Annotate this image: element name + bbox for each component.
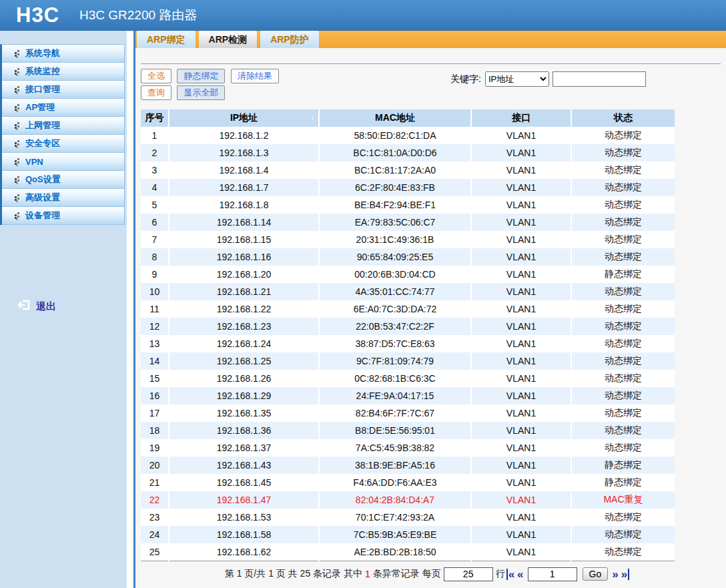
- sidebar-item[interactable]: 系统监控: [2, 63, 124, 81]
- table-cell: 动态绑定: [571, 543, 675, 561]
- sidebar-item[interactable]: 设备管理: [2, 207, 124, 225]
- column-header[interactable]: 序号: [141, 109, 169, 127]
- last-page-icon[interactable]: »: [621, 569, 629, 580]
- logout-button[interactable]: 退出: [17, 300, 56, 313]
- table-row[interactable]: 7192.168.1.1520:31:1C:49:36:1BVLAN1动态绑定: [141, 231, 675, 248]
- table-row[interactable]: 11192.168.1.226E:A0:7C:3D:DA:72VLAN1动态绑定: [141, 300, 675, 318]
- next-page-icon[interactable]: »: [612, 569, 618, 580]
- logout-label: 退出: [36, 300, 56, 313]
- sidebar-item[interactable]: AP管理: [2, 99, 124, 117]
- table-cell: VLAN1: [471, 300, 571, 318]
- table-row[interactable]: 6192.168.1.14EA:79:83:5C:06:C7VLAN1动态绑定: [141, 214, 675, 231]
- table-cell: VLAN1: [471, 231, 571, 248]
- table-cell: VLAN1: [471, 162, 571, 179]
- toolbar: 全选 静态绑定 清除结果 查询 显示全部 关键字: IP地址: [141, 69, 721, 102]
- table-cell: 192.168.1.25: [169, 352, 319, 370]
- table-row[interactable]: 10192.168.1.214A:35:01:CC:74:77VLAN1动态绑定: [141, 283, 675, 300]
- table-row[interactable]: 22192.168.1.4782:04:2B:84:D4:A7VLAN1MAC重…: [141, 491, 675, 509]
- tab-2[interactable]: ARP防护: [260, 31, 319, 48]
- table-row[interactable]: 20192.168.1.4338:1B:9E:BF:A5:16VLAN1静态绑定: [141, 457, 675, 474]
- tab-1[interactable]: ARP检测: [199, 31, 258, 48]
- table-cell: VLAN1: [471, 439, 571, 457]
- select-all-button[interactable]: 全选: [141, 69, 171, 83]
- sidebar-item[interactable]: 高级设置: [2, 189, 124, 207]
- page-number-input[interactable]: [528, 567, 577, 581]
- table-row[interactable]: 4192.168.1.76C:2F:80:4E:83:FBVLAN1动态绑定: [141, 179, 675, 196]
- column-header[interactable]: MAC地址: [319, 109, 471, 127]
- table-row[interactable]: 1192.168.1.258:50:ED:82:C1:DAVLAN1动态绑定: [141, 127, 675, 144]
- table-row[interactable]: 5192.168.1.8BE:B4:F2:94:BE:F1VLAN1动态绑定: [141, 196, 675, 214]
- table-cell: 静态绑定: [571, 266, 675, 283]
- query-button[interactable]: 查询: [141, 85, 171, 100]
- table-row[interactable]: 24192.168.1.587C:B5:9B:A5:E9:BEVLAN1动态绑定: [141, 526, 675, 543]
- table-row[interactable]: 21192.168.1.45F4:6A:DD:F6:AA:E3VLAN1静态绑定: [141, 474, 675, 491]
- go-button[interactable]: Go: [583, 567, 609, 581]
- table-row[interactable]: 2192.168.1.3BC:1C:81:0A:D0:D6VLAN1动态绑定: [141, 144, 675, 162]
- table-row[interactable]: 14192.168.1.259C:7F:81:09:74:79VLAN1动态绑定: [141, 352, 675, 370]
- table-row[interactable]: 3192.168.1.4BC:1C:81:17:2A:A0VLAN1动态绑定: [141, 162, 675, 179]
- sidebar-item[interactable]: 安全专区: [2, 135, 124, 153]
- sidebar-item[interactable]: 上网管理: [2, 117, 124, 135]
- menu-bullet-icon: [15, 124, 17, 126]
- menu-bullet-icon: [15, 70, 17, 72]
- table-cell: VLAN1: [471, 196, 571, 214]
- table-cell: VLAN1: [471, 370, 571, 387]
- sidebar-item[interactable]: 系统导航: [2, 45, 124, 63]
- column-header[interactable]: 接口: [471, 109, 571, 127]
- sidebar-item[interactable]: QoS设置: [2, 171, 124, 189]
- table-cell: 192.168.1.62: [169, 543, 319, 561]
- sidebar-item-label: QoS设置: [25, 174, 61, 186]
- menu-bullet-icon: [15, 106, 17, 108]
- table-cell: 22: [141, 491, 169, 509]
- table-cell: 192.168.1.53: [169, 509, 319, 526]
- first-page-icon[interactable]: «: [506, 569, 514, 580]
- table-row[interactable]: 13192.168.1.2438:87:D5:7C:E8:63VLAN1动态绑定: [141, 335, 675, 352]
- sidebar-menu: 系统导航系统监控接口管理AP管理上网管理安全专区VPNQoS设置高级设置设备管理: [0, 44, 125, 225]
- show-all-button[interactable]: 显示全部: [177, 85, 225, 100]
- table-row[interactable]: 25192.168.1.62AE:2B:BD:2B:18:50VLAN1动态绑定: [141, 543, 675, 561]
- table-row[interactable]: 23192.168.1.5370:1C:E7:42:93:2AVLAN1动态绑定: [141, 509, 675, 526]
- keyword-type-select[interactable]: IP地址: [485, 71, 549, 87]
- table-row[interactable]: 15192.168.1.260C:82:68:1B:C6:3CVLAN1动态绑定: [141, 370, 675, 387]
- static-bind-button[interactable]: 静态绑定: [177, 69, 225, 83]
- table-row[interactable]: 17192.168.1.3582:B4:6F:7F:7C:67VLAN1动态绑定: [141, 404, 675, 422]
- sidebar-item[interactable]: VPN: [2, 153, 124, 171]
- table-cell: 19: [141, 439, 169, 457]
- table-row[interactable]: 19192.168.1.377A:C5:45:9B:38:82VLAN1动态绑定: [141, 439, 675, 457]
- menu-bullet-icon: [15, 196, 17, 198]
- table-row[interactable]: 18192.168.1.36B8:DE:5E:56:95:01VLAN1动态绑定: [141, 422, 675, 439]
- table-cell: 动态绑定: [571, 370, 675, 387]
- table-row[interactable]: 9192.168.1.2000:20:6B:3D:04:CDVLAN1静态绑定: [141, 266, 675, 283]
- page-size-input[interactable]: [444, 567, 493, 581]
- table-cell: 192.168.1.16: [169, 248, 319, 266]
- table-row[interactable]: 8192.168.1.1690:65:84:09:25:E5VLAN1动态绑定: [141, 248, 675, 266]
- table-row[interactable]: 12192.168.1.2322:0B:53:47:C2:2FVLAN1动态绑定: [141, 318, 675, 335]
- table-cell: 192.168.1.7: [169, 179, 319, 196]
- table-cell: 2: [141, 144, 169, 162]
- table-cell: 9: [141, 266, 169, 283]
- table-cell: 动态绑定: [571, 283, 675, 300]
- table-cell: 11: [141, 300, 169, 318]
- menu-bullet-icon: [15, 142, 17, 144]
- pagination-summary: 第 1 页/共 1 页 共 25 条记录 其中: [225, 568, 362, 580]
- sidebar-item[interactable]: 接口管理: [2, 81, 124, 99]
- table-cell: 192.168.1.21: [169, 283, 319, 300]
- column-header[interactable]: IP地址↓: [169, 109, 319, 127]
- prev-page-icon[interactable]: «: [517, 569, 523, 580]
- table-row[interactable]: 16192.168.1.2924:FE:9A:04:17:15VLAN1动态绑定: [141, 387, 675, 404]
- sidebar: 系统导航系统监控接口管理AP管理上网管理安全专区VPNQoS设置高级设置设备管理…: [0, 31, 127, 588]
- table-cell: 3: [141, 162, 169, 179]
- tab-0[interactable]: ARP绑定: [137, 31, 196, 48]
- table-cell: 动态绑定: [571, 127, 675, 144]
- table-cell: 22:0B:53:47:C2:2F: [319, 318, 471, 335]
- clear-results-button[interactable]: 清除结果: [231, 69, 279, 83]
- table-cell: 20: [141, 457, 169, 474]
- table-cell: 动态绑定: [571, 144, 675, 162]
- separator-line: [141, 63, 721, 64]
- sidebar-item-label: 安全专区: [25, 137, 60, 150]
- column-header[interactable]: 状态: [571, 109, 675, 127]
- table-cell: 192.168.1.43: [169, 457, 319, 474]
- menu-bullet-icon: [15, 214, 17, 216]
- table-cell: 38:1B:9E:BF:A5:16: [319, 457, 471, 474]
- keyword-input[interactable]: [553, 71, 646, 87]
